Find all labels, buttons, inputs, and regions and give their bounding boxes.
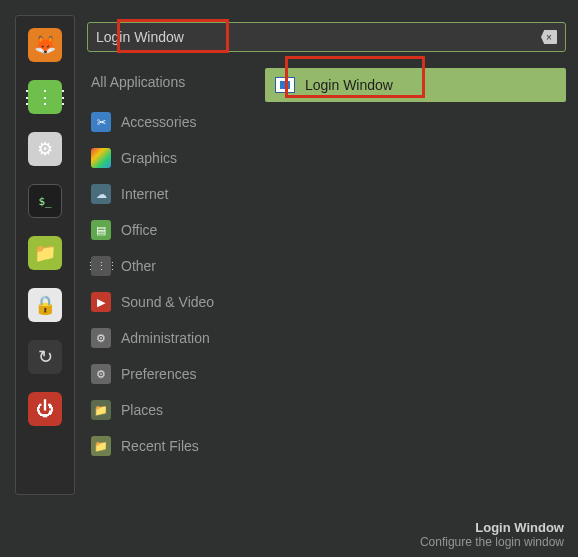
categories-header[interactable]: All Applications <box>87 68 247 104</box>
category-label: Places <box>121 402 163 418</box>
login-window-icon <box>275 77 295 93</box>
category-places[interactable]: 📁Places <box>87 392 247 428</box>
category-other[interactable]: ⋮⋮⋮Other <box>87 248 247 284</box>
lock-icon[interactable]: 🔒 <box>28 288 62 322</box>
category-accessories[interactable]: ✂Accessories <box>87 104 247 140</box>
admin-icon: ⚙ <box>91 328 111 348</box>
search-field[interactable]: × <box>87 22 566 52</box>
footer-subtitle: Configure the login window <box>420 535 564 549</box>
result-label: Login Window <box>305 77 393 93</box>
category-label: Internet <box>121 186 168 202</box>
grid-icon: ⋮⋮⋮ <box>91 256 111 276</box>
categories-panel: All Applications ✂AccessoriesGraphics☁In… <box>87 68 247 464</box>
category-graphics[interactable]: Graphics <box>87 140 247 176</box>
category-label: Graphics <box>121 150 177 166</box>
category-internet[interactable]: ☁Internet <box>87 176 247 212</box>
category-preferences[interactable]: ⚙Preferences <box>87 356 247 392</box>
footer-title: Login Window <box>420 520 564 535</box>
category-label: Sound & Video <box>121 294 214 310</box>
terminal-icon[interactable]: $_ <box>28 184 62 218</box>
logout-icon[interactable]: ↻ <box>28 340 62 374</box>
clear-search-icon[interactable]: × <box>541 30 557 44</box>
category-label: Recent Files <box>121 438 199 454</box>
files-icon[interactable]: 📁 <box>28 236 62 270</box>
apps-icon[interactable]: ⋮⋮⋮ <box>28 80 62 114</box>
results-panel: Login Window <box>265 68 566 464</box>
launcher: 🦊⋮⋮⋮⚙$_📁🔒↻⏻ <box>15 15 75 495</box>
category-label: Accessories <box>121 114 196 130</box>
recent-icon: 📁 <box>91 436 111 456</box>
footer-hint: Login Window Configure the login window <box>420 520 564 549</box>
graphics-icon <box>91 148 111 168</box>
category-label: Preferences <box>121 366 196 382</box>
firefox-icon[interactable]: 🦊 <box>28 28 62 62</box>
document-icon: ▤ <box>91 220 111 240</box>
category-label: Office <box>121 222 157 238</box>
category-office[interactable]: ▤Office <box>87 212 247 248</box>
folder-icon: 📁 <box>91 400 111 420</box>
settings-icon[interactable]: ⚙ <box>28 132 62 166</box>
category-label: Administration <box>121 330 210 346</box>
category-label: Other <box>121 258 156 274</box>
play-icon: ▶ <box>91 292 111 312</box>
scissors-icon: ✂ <box>91 112 111 132</box>
result-login-window[interactable]: Login Window <box>265 68 566 102</box>
search-input[interactable] <box>96 29 541 45</box>
cloud-icon: ☁ <box>91 184 111 204</box>
category-sound-video[interactable]: ▶Sound & Video <box>87 284 247 320</box>
category-administration[interactable]: ⚙Administration <box>87 320 247 356</box>
app-menu: × All Applications ✂AccessoriesGraphics☁… <box>75 0 578 557</box>
power-icon[interactable]: ⏻ <box>28 392 62 426</box>
preferences-icon: ⚙ <box>91 364 111 384</box>
category-recent-files[interactable]: 📁Recent Files <box>87 428 247 464</box>
